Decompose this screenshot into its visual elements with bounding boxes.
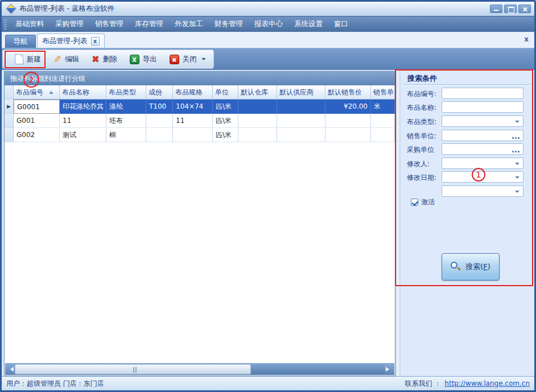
column-header-warehouse[interactable]: 默认仓库 <box>238 85 277 100</box>
row-selector[interactable] <box>5 114 14 128</box>
menu-finance[interactable]: 财务管理 <box>209 16 249 32</box>
menu-inventory[interactable]: 库存管理 <box>129 16 169 32</box>
table-row-g0001[interactable]: ▶ G0001 印花涤纶乔其 涤纶 T100 104×74 匹\米 ¥20.00… <box>5 100 395 114</box>
tabstrip-close-icon[interactable]: x <box>524 35 529 43</box>
modifier-dropdown[interactable] <box>442 158 523 169</box>
cell-composition[interactable] <box>146 114 173 128</box>
tab-close-icon[interactable]: x <box>91 37 100 46</box>
scrollbar-thumb[interactable] <box>15 364 251 374</box>
column-header-type[interactable]: 布品类型 <box>106 85 146 100</box>
menu-window[interactable]: 窗口 <box>328 16 354 32</box>
fabric-name-input[interactable] <box>442 101 523 113</box>
field-modify-date-to <box>401 185 534 197</box>
cell-warehouse[interactable] <box>238 100 277 114</box>
horizontal-scrollbar[interactable] <box>5 363 394 375</box>
cell-code[interactable]: G002 <box>14 128 60 142</box>
cell-unit[interactable]: 匹\米 <box>213 128 238 142</box>
fabric-code-input[interactable] <box>442 88 523 99</box>
cell-warehouse[interactable] <box>238 128 277 142</box>
cell-supplier[interactable] <box>277 114 325 128</box>
tab-fabric-list[interactable]: 布品管理-列表 x <box>37 34 105 48</box>
cell-type[interactable]: 坯布 <box>106 114 146 128</box>
new-button[interactable]: 新建 <box>10 52 46 66</box>
cell-type[interactable]: 棉 <box>106 128 146 142</box>
delete-button[interactable]: ✖ 删除 <box>86 53 122 66</box>
cell-spec[interactable]: 11 <box>173 114 213 128</box>
cell-type[interactable]: 涤纶 <box>106 100 146 114</box>
tab-strip: 导航 布品管理-列表 x x <box>2 32 534 48</box>
fabric-code-label: 布品编号: <box>407 89 436 99</box>
modify-date-to-dropdown[interactable] <box>442 185 523 197</box>
minimize-button[interactable] <box>490 5 502 13</box>
activate-checkbox[interactable] <box>411 199 418 206</box>
maximize-button[interactable] <box>504 5 517 13</box>
cell-composition[interactable] <box>146 128 173 142</box>
tab-navigation[interactable]: 导航 <box>5 35 36 48</box>
cell-name[interactable]: 测试 <box>60 128 106 142</box>
fabric-type-dropdown[interactable] <box>442 115 523 127</box>
menu-purchase[interactable]: 采购管理 <box>50 16 89 32</box>
column-header-sales-unit[interactable]: 销售单位 <box>371 85 395 100</box>
new-page-icon <box>15 54 23 64</box>
menu-outsourcing[interactable]: 外发加工 <box>169 16 209 32</box>
cell-name[interactable]: 11 <box>60 114 106 128</box>
group-by-bar[interactable]: 拖动列标题到这进行分组 <box>5 72 395 85</box>
purchase-unit-label: 采购单位 <box>407 145 434 155</box>
fabric-type-label: 布品类型: <box>407 117 436 127</box>
column-header-name[interactable]: 布品名称 <box>60 85 106 100</box>
cell-unit[interactable]: 匹\米 <box>213 100 238 114</box>
menu-reports[interactable]: 报表中心 <box>249 16 288 32</box>
table-row-g002[interactable]: G002 测试 棉 匹\米 <box>5 128 395 142</box>
cell-price[interactable] <box>325 114 371 128</box>
excel-icon: X <box>130 55 139 64</box>
search-panel: 搜索条件 布品编号: 布品名称: 布品类型: 销售单位: 采购单位 修改人: 修… <box>401 70 534 376</box>
close-dropdown-icon[interactable] <box>201 58 206 63</box>
edit-button[interactable]: ✎ 编辑 <box>48 53 84 66</box>
purchase-unit-picker[interactable] <box>442 143 523 155</box>
panel-splitter[interactable] <box>395 70 401 376</box>
row-selector[interactable] <box>5 128 14 142</box>
toolbar-host: 新建 ✎ 编辑 ✖ 删除 X 导出 ✖ 关闭 <box>2 49 214 69</box>
table-row-g001[interactable]: G001 11 坯布 11 匹\米 <box>5 114 395 128</box>
cell-price[interactable]: ¥20.00 <box>325 100 371 114</box>
cell-spec[interactable]: 104×74 <box>173 100 213 114</box>
sales-unit-picker[interactable] <box>442 130 523 141</box>
field-fabric-name: 布品名称: <box>401 101 534 113</box>
column-header-composition[interactable]: 成份 <box>146 85 173 100</box>
cell-name[interactable]: 印花涤纶乔其 <box>60 100 106 114</box>
menu-settings[interactable]: 系统设置 <box>288 16 328 32</box>
column-header-supplier[interactable]: 默认供应商 <box>277 85 325 100</box>
cell-code[interactable]: G001 <box>14 114 60 128</box>
column-header-price[interactable]: 默认销售价 <box>325 85 371 100</box>
cell-warehouse[interactable] <box>238 114 277 128</box>
status-user-store: 用户：超级管理员 门店：东门店 <box>6 379 104 389</box>
search-button[interactable]: 搜索(F) <box>442 253 500 280</box>
column-header-spec[interactable]: 布品规格 <box>173 85 213 100</box>
export-button-label: 导出 <box>143 55 157 64</box>
cell-supplier[interactable] <box>277 128 325 142</box>
cell-composition[interactable]: T100 <box>146 100 173 114</box>
status-contact: 联系我们 ： http://www.lange.com.cn <box>405 379 530 389</box>
close-tab-button[interactable]: ✖ 关闭 <box>164 53 211 66</box>
magnifier-icon <box>451 262 461 272</box>
column-header-code[interactable]: 布品编号 <box>14 85 60 100</box>
export-button[interactable]: X 导出 <box>125 53 162 66</box>
menu-basic-data[interactable]: 基础资料 <box>10 16 50 32</box>
website-link[interactable]: http://www.lange.com.cn <box>444 379 530 387</box>
cell-unit[interactable]: 匹\米 <box>213 114 238 128</box>
cell-supplier[interactable] <box>277 100 325 114</box>
close-button[interactable] <box>518 5 531 13</box>
menu-sales[interactable]: 销售管理 <box>89 16 129 32</box>
scroll-left-arrow-icon[interactable] <box>6 364 15 374</box>
cell-spec[interactable] <box>173 128 213 142</box>
column-header-unit[interactable]: 单位 <box>213 85 238 100</box>
grid-header-row: 布品编号 布品名称 布品类型 成份 布品规格 单位 默认仓库 默认供应商 默认销… <box>5 85 395 100</box>
cell-price[interactable] <box>325 128 371 142</box>
cell-sales-unit[interactable]: 米 <box>371 100 395 114</box>
cell-code[interactable]: G0001 <box>14 100 60 114</box>
scroll-right-arrow-icon[interactable] <box>384 364 394 374</box>
modify-date-from-dropdown[interactable] <box>442 171 523 183</box>
search-panel-title: 搜索条件 <box>407 73 437 84</box>
cell-sales-unit[interactable] <box>371 128 395 142</box>
cell-sales-unit[interactable] <box>371 114 395 128</box>
